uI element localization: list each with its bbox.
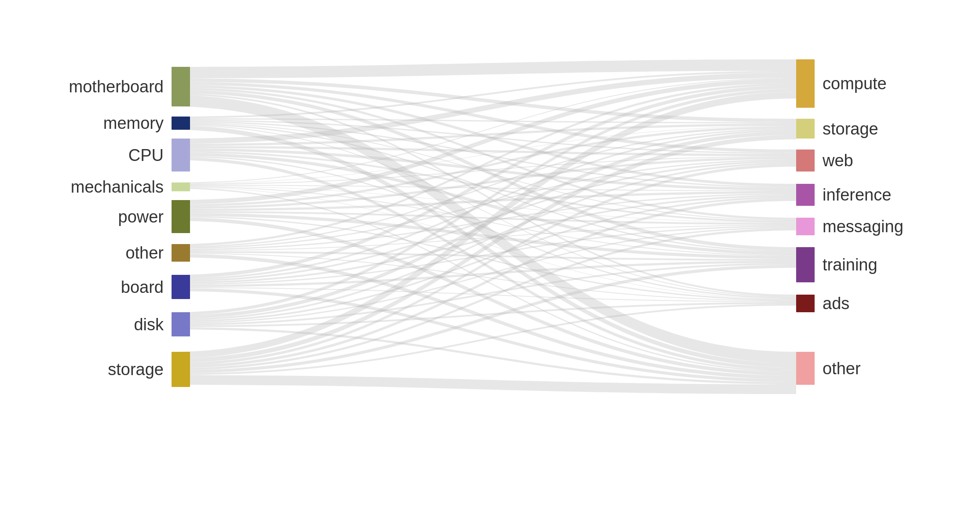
svg-text:other: other [823, 359, 861, 378]
svg-rect-4 [172, 139, 190, 172]
sankey-diagram: motherboardmemoryCPUmechanicalspowerothe… [0, 0, 980, 511]
svg-text:training: training [823, 255, 878, 274]
svg-rect-10 [172, 244, 190, 262]
svg-rect-6 [172, 182, 190, 191]
svg-text:mechanicals: mechanicals [71, 178, 164, 196]
svg-rect-20 [796, 119, 815, 139]
svg-rect-22 [796, 150, 815, 172]
svg-rect-28 [796, 247, 815, 282]
svg-text:other: other [125, 244, 164, 262]
svg-text:CPU: CPU [128, 146, 164, 164]
svg-text:compute: compute [823, 74, 887, 93]
svg-text:motherboard: motherboard [69, 77, 164, 96]
svg-rect-18 [796, 59, 815, 108]
svg-text:memory: memory [103, 114, 164, 132]
svg-rect-12 [172, 275, 190, 299]
svg-text:messaging: messaging [823, 217, 903, 236]
svg-text:storage: storage [823, 120, 878, 138]
svg-rect-26 [796, 218, 815, 235]
svg-text:power: power [118, 208, 164, 226]
chart-container: motherboardmemoryCPUmechanicalspowerothe… [0, 0, 980, 511]
svg-rect-8 [172, 200, 190, 233]
svg-rect-0 [172, 67, 190, 106]
svg-rect-24 [796, 184, 815, 206]
svg-rect-2 [172, 117, 190, 130]
svg-rect-16 [172, 352, 190, 387]
svg-text:web: web [822, 151, 853, 170]
svg-rect-30 [796, 295, 815, 312]
svg-text:board: board [121, 278, 164, 296]
svg-rect-14 [172, 312, 190, 336]
svg-rect-32 [796, 352, 815, 385]
svg-text:disk: disk [134, 315, 164, 334]
svg-text:ads: ads [823, 294, 849, 313]
svg-text:storage: storage [108, 360, 164, 379]
svg-text:inference: inference [823, 186, 891, 204]
